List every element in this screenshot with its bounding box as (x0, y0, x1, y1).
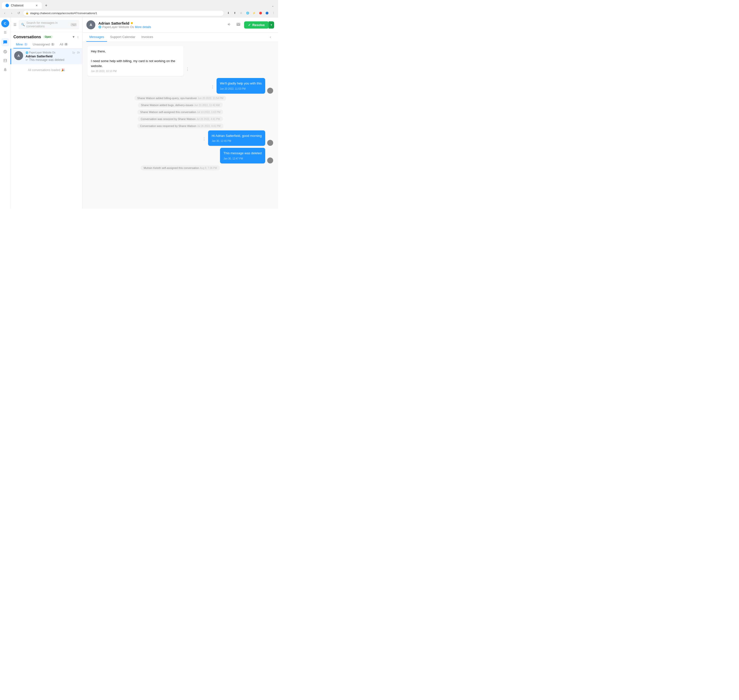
message-bubble-incoming: Hey there,I need some help with billing,… (87, 46, 190, 76)
tab-close-button[interactable]: ✕ (35, 4, 38, 7)
open-badge: Open (43, 35, 53, 38)
contact-subtitle: 🌐 PaperLayer Website Os More details (98, 25, 223, 29)
browser-toolbar: ‹ › ↺ 🔒 staging.chatwoot.com/app/account… (0, 9, 278, 17)
system-message-6: Muhsin Keloth self-assigned this convers… (141, 165, 220, 171)
system-message-5: Conversation was reopened by Shane Watso… (137, 124, 223, 128)
contact-name: Adrian Satterfield (98, 21, 223, 25)
menu-icon[interactable]: ⋮ (271, 10, 276, 16)
search-icon: 🔍 (21, 23, 25, 26)
conversation-sub-tabs: Messages Support Calendar Invoices (82, 32, 278, 42)
conversation-item[interactable]: A 🌐 PaperLayer Website Os Adrian Satterf… (10, 49, 82, 64)
bubble-content-outgoing: We'll gladly help you with this Jun 20 2… (216, 78, 265, 94)
online-status-indicator (131, 22, 133, 24)
message-time-3: Jan 30, 12:46 PM (212, 139, 262, 143)
browser-chrome: Chatwoot ✕ + ⌄ ‹ › ↺ 🔒 staging.chatwoot.… (0, 0, 278, 18)
resolve-button-group: ✓ Resolve ▾ (244, 21, 274, 29)
app-nav: C ☰ (0, 18, 10, 209)
address-bar[interactable]: 🔒 staging.chatwoot.com/app/accounts/47/c… (23, 10, 224, 16)
search-shortcut: ⌥/ (71, 23, 77, 26)
resolve-button[interactable]: ✓ Resolve (244, 21, 269, 29)
sub-tab-messages[interactable]: Messages (87, 32, 107, 42)
nav-menu-button[interactable]: ☰ (1, 28, 9, 36)
tab-mine[interactable]: Mine 1 (13, 41, 30, 49)
contact-avatar: A (87, 21, 95, 29)
message-more-button[interactable]: ⋮ (185, 67, 190, 76)
bookmark-icon[interactable]: ☆ (238, 10, 244, 16)
sidebar-menu-button[interactable]: ☰ (13, 23, 17, 26)
contact-info: Adrian Satterfield 🌐 PaperLayer Website … (98, 21, 223, 29)
system-message-1: Shane Watson added billing-query, ops-ha… (134, 96, 226, 101)
conversation-header: A Adrian Satterfield 🌐 PaperLayer Websit… (82, 18, 278, 32)
send-email-icon[interactable] (235, 21, 242, 29)
search-box[interactable]: 🔍 Search for messages in conversations ⌥… (19, 20, 79, 29)
message-text-2: We'll gladly help you with this (220, 81, 262, 86)
extension-icon2[interactable]: ⚡ (251, 10, 257, 16)
share-icon[interactable]: ⬆ (232, 10, 237, 16)
refresh-button[interactable]: ↺ (16, 10, 21, 16)
mute-icon[interactable] (226, 21, 233, 29)
extension-icon4[interactable]: 🔵 (264, 10, 270, 16)
extension-icon3[interactable]: 🔴 (258, 10, 263, 16)
resolve-dropdown-button[interactable]: ▾ (269, 21, 274, 29)
new-tab-button[interactable]: + (43, 2, 50, 9)
message-outgoing-3: This message was deleted Jan 30, 12:47 P… (87, 148, 273, 163)
sidebar: ☰ 🔍 Search for messages in conversations… (10, 18, 82, 209)
app-logo[interactable]: C (1, 19, 9, 27)
bubble-content-outgoing-2: Hi Adrian Satterfield, good morning Jan … (208, 131, 265, 146)
sender-avatar-3 (267, 157, 273, 163)
conversation-content: 🌐 PaperLayer Website Os Adrian Satterfie… (26, 51, 79, 62)
conversation-avatar: A (14, 51, 23, 60)
tab-unassigned[interactable]: Unassigned 1 (30, 41, 57, 49)
message-more-button-2[interactable]: ⋮ (210, 84, 215, 94)
message-time-2: Jun 20 2022, 11:53 PM (220, 87, 262, 91)
bubble-content-incoming: Hey there,I need some help with billing,… (87, 46, 184, 76)
nav-reports-icon[interactable] (1, 57, 9, 65)
tab-favicon (6, 4, 9, 7)
browser-toolbar-actions: ⬇ ⬆ ☆ 🌐 ⚡ 🔴 🔵 ⋮ (225, 10, 276, 16)
download-icon[interactable]: ⬇ (225, 10, 231, 16)
conversation-source: 🌐 PaperLayer Website Os (26, 51, 79, 54)
sidebar-header-actions: ▼ ↕ (72, 35, 79, 39)
sub-tab-invoices[interactable]: Invoices (138, 32, 156, 42)
tab-all[interactable]: All 8 (57, 41, 71, 49)
extension-icon1[interactable]: 🌐 (245, 10, 250, 16)
message-text-3: Hi Adrian Satterfield, good morning (212, 133, 262, 138)
sidebar-search-area: ☰ 🔍 Search for messages in conversations… (10, 18, 82, 32)
sender-avatar-2 (267, 140, 273, 146)
back-button[interactable]: ‹ (2, 10, 7, 16)
nav-contacts-icon[interactable] (1, 48, 9, 56)
message-more-button-3[interactable]: ⋮ (202, 137, 206, 146)
system-message-3: Shane Watson self-assigned this conversa… (137, 110, 223, 115)
nav-notifications-icon[interactable] (1, 66, 9, 74)
message-text: Hey there,I need some help with billing,… (91, 49, 180, 68)
message-outgoing-2: ⋮ Hi Adrian Satterfield, good morning Ja… (87, 131, 273, 146)
sender-avatar (267, 88, 273, 94)
search-placeholder: Search for messages in conversations (26, 21, 69, 28)
sub-tab-support-calendar[interactable]: Support Calendar (107, 32, 138, 42)
tab-title: Chatwoot (11, 4, 24, 7)
tab-list-button[interactable]: ⌄ (272, 4, 276, 7)
nav-conversations-icon[interactable] (1, 38, 9, 46)
browser-tabs: Chatwoot ✕ + ⌄ (0, 0, 278, 9)
url-text: staging.chatwoot.com/app/accounts/47/con… (30, 12, 97, 15)
conversation-meta: 1y · 1h (72, 51, 80, 54)
messages-area: Hey there,I need some help with billing,… (82, 42, 278, 209)
app: C ☰ ☰ 🔍 Search for messages in conversat… (0, 18, 278, 209)
more-details-link[interactable]: More details (135, 25, 151, 29)
conversation-list: A 🌐 PaperLayer Website Os Adrian Satterf… (10, 49, 82, 209)
lock-icon: 🔒 (26, 12, 29, 15)
message-time-4: Jan 30, 12:47 PM (223, 157, 262, 160)
conversation-preview: ↩ This message was deleted (26, 58, 79, 62)
message-time: Jun 20 2022, 10:10 PM (91, 69, 180, 73)
message-text-4: This message was deleted (223, 151, 262, 156)
sort-button[interactable]: ↕ (77, 35, 79, 39)
filter-button[interactable]: ▼ (72, 35, 76, 39)
message-outgoing-1: ⋮ We'll gladly help you with this Jun 20… (87, 78, 273, 94)
collapse-panel-button[interactable] (267, 32, 274, 42)
system-message-2: Shane Watson added bugs, delivery-issues… (138, 103, 222, 107)
active-tab[interactable]: Chatwoot ✕ (2, 2, 42, 9)
all-conversations-loaded: All conversations loaded 🎉 (10, 64, 82, 76)
sidebar-tabs: Mine 1 Unassigned 1 All 8 (10, 41, 82, 49)
forward-button[interactable]: › (9, 10, 15, 16)
sidebar-title: Conversations Open (13, 35, 53, 39)
